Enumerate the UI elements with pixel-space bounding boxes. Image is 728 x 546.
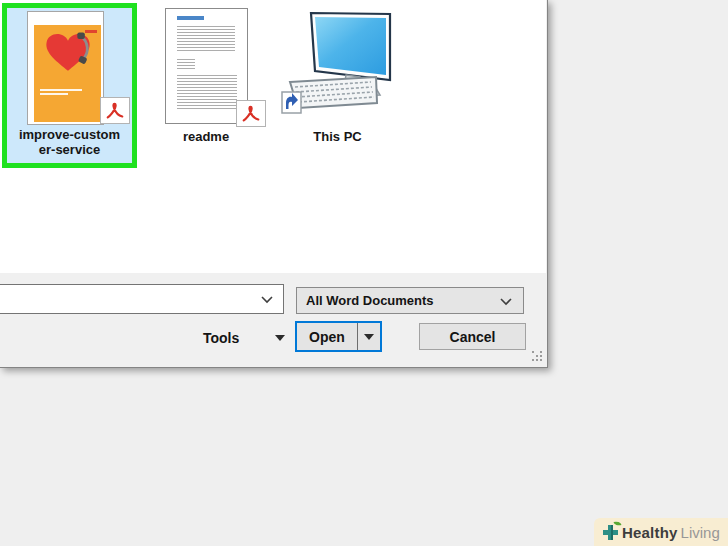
tools-label: Tools bbox=[203, 330, 239, 346]
file-name-label: This PC bbox=[313, 129, 361, 144]
cancel-button[interactable]: Cancel bbox=[419, 323, 526, 350]
pdf-overlay-icon bbox=[236, 100, 266, 127]
file-item-this-pc[interactable]: This PC bbox=[275, 3, 400, 153]
heart-headset-icon bbox=[40, 28, 96, 76]
chevron-down-icon[interactable] bbox=[260, 295, 274, 304]
shortcut-arrow-icon bbox=[282, 92, 301, 113]
file-item-readme[interactable]: readme bbox=[160, 3, 252, 153]
open-button[interactable]: Open bbox=[295, 321, 382, 352]
open-file-dialog: improve-custom er-service readme bbox=[0, 0, 548, 368]
cancel-button-label: Cancel bbox=[450, 329, 496, 345]
document-heading-line bbox=[177, 16, 204, 20]
chevron-down-icon bbox=[499, 297, 513, 306]
pdf-overlay-icon bbox=[100, 97, 130, 124]
dropdown-arrow-icon bbox=[275, 335, 285, 341]
document-text-lines bbox=[177, 26, 235, 52]
dropdown-arrow-icon bbox=[364, 334, 374, 340]
filename-input[interactable] bbox=[3, 287, 253, 311]
tools-menu-button[interactable]: Tools bbox=[203, 327, 285, 349]
open-button-label: Open bbox=[297, 323, 357, 350]
file-type-dropdown[interactable]: All Word Documents bbox=[296, 287, 524, 314]
file-type-selected-value: All Word Documents bbox=[306, 293, 434, 308]
brand-name-light: Living bbox=[681, 524, 720, 541]
this-pc-icon bbox=[278, 3, 400, 125]
document-text-lines bbox=[177, 59, 195, 69]
pdf-thumbnail bbox=[27, 11, 104, 125]
filename-combobox[interactable] bbox=[0, 284, 284, 314]
open-split-arrow[interactable] bbox=[358, 323, 380, 350]
brand-name-bold: Healthy bbox=[622, 524, 678, 541]
file-name-label: readme bbox=[183, 129, 229, 144]
healthy-living-logo: Healthy Living bbox=[594, 518, 728, 546]
file-name-label: improve-custom er-service bbox=[7, 127, 132, 157]
file-item-improve-customer-service[interactable]: improve-custom er-service bbox=[2, 3, 137, 168]
file-list[interactable]: improve-custom er-service readme bbox=[0, 0, 546, 273]
poster-caption-lines bbox=[34, 87, 101, 95]
resize-grip[interactable] bbox=[532, 351, 544, 363]
poster-artwork bbox=[34, 25, 101, 122]
medical-cross-leaf-icon bbox=[603, 525, 618, 540]
document-text-lines bbox=[177, 75, 237, 111]
